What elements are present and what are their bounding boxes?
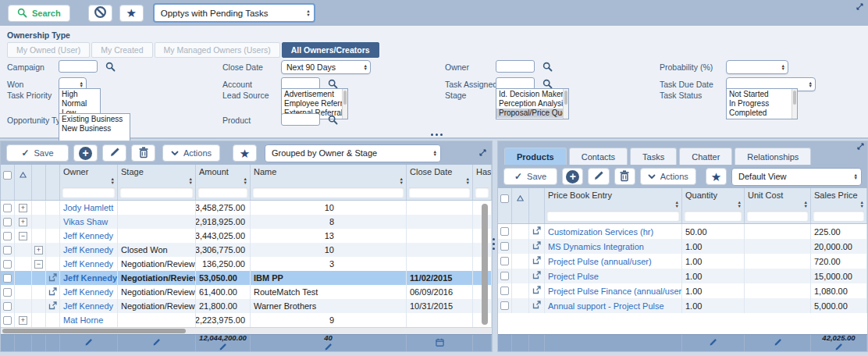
mass-edit-pencil-icon[interactable] xyxy=(834,343,843,351)
price-book-entry-link[interactable]: Project Pulse Finance (annual/user) xyxy=(548,287,682,296)
grid-view-selector[interactable]: Opptys with Pending Tasks ▲▼ xyxy=(153,3,315,23)
listbox-option[interactable]: Not Started xyxy=(727,90,797,99)
column-header-owner[interactable]: Owner▲▼ xyxy=(60,165,118,185)
row-checkbox[interactable] xyxy=(3,274,12,283)
opportunity-row[interactable]: +Jody Hamlett3,458,275.0010 xyxy=(1,201,492,215)
tab-relationships[interactable]: Relationships xyxy=(735,148,811,165)
row-checkbox[interactable] xyxy=(500,257,509,265)
product-row[interactable]: Annual support - Project Pulse1.005,000.… xyxy=(498,298,867,313)
owner-link[interactable]: Jeff Kennedy xyxy=(63,287,113,297)
row-checkbox[interactable] xyxy=(500,242,509,251)
expand-icon[interactable]: + xyxy=(19,316,27,325)
scrollbar-thumb[interactable] xyxy=(2,329,186,333)
tab-tasks[interactable]: Tasks xyxy=(630,148,677,165)
product-row[interactable]: Customization Services (hr)50.00225.00 xyxy=(498,224,867,239)
column-filter-input-owner[interactable] xyxy=(62,187,115,198)
edit-button[interactable] xyxy=(588,168,609,185)
sort-stepper-icon[interactable]: ▲▼ xyxy=(189,177,193,184)
edit-button[interactable] xyxy=(102,144,126,162)
lookup-icon[interactable] xyxy=(328,115,338,125)
view-selector[interactable]: Default View ▲▼ xyxy=(731,168,862,186)
listbox-option[interactable]: Perception Analysis xyxy=(496,99,568,109)
grouping-selector[interactable]: Grouped by Owner & Stage ▲▼ xyxy=(265,144,441,162)
column-filter-input-has[interactable] xyxy=(475,187,489,198)
owner-link[interactable]: Jeff Kennedy xyxy=(63,231,113,240)
mass-edit-pencil-icon[interactable] xyxy=(84,338,93,348)
owner-link[interactable]: Jody Hamlett xyxy=(63,203,113,212)
listbox-option[interactable]: Normal xyxy=(59,99,100,109)
mass-edit-pencil-icon[interactable] xyxy=(709,338,717,348)
mass-edit-pencil-icon[interactable] xyxy=(219,343,227,351)
vertical-scrollbar[interactable] xyxy=(482,204,488,325)
select-all-checkbox[interactable] xyxy=(500,194,509,203)
column-filter-input-amount[interactable] xyxy=(198,187,247,198)
listbox-option[interactable]: Advertisement xyxy=(282,90,347,99)
collapse-icon[interactable]: − xyxy=(34,260,43,269)
open-record-icon[interactable] xyxy=(532,256,541,266)
column-filter-input-unit-cost[interactable] xyxy=(747,211,808,221)
owner-input[interactable] xyxy=(496,60,535,73)
open-record-icon[interactable] xyxy=(532,271,541,281)
row-checkbox[interactable] xyxy=(500,287,509,295)
open-record-icon[interactable] xyxy=(48,273,57,283)
row-checkbox[interactable] xyxy=(3,218,12,226)
save-button[interactable]: ✓ Save xyxy=(6,144,69,162)
column-header-close-date[interactable]: Close Date▲▼ xyxy=(407,165,473,185)
open-record-icon[interactable] xyxy=(48,287,57,297)
price-book-entry-link[interactable]: Project Pulse (annual/user) xyxy=(548,257,652,266)
column-filter-input-name[interactable] xyxy=(253,187,404,198)
mass-edit-pencil-icon[interactable] xyxy=(324,343,333,351)
clear-filters-button[interactable] xyxy=(88,5,112,22)
price-book-entry-link[interactable]: Customization Services (hr) xyxy=(548,227,653,237)
product-row[interactable]: MS Dynamics Integration1.0020,000.00 xyxy=(498,239,867,254)
row-checkbox[interactable] xyxy=(3,246,12,255)
ownership-tab-my-created[interactable]: My Created xyxy=(91,42,152,58)
horizontal-resize-handle[interactable] xyxy=(431,134,443,136)
actions-button[interactable]: Actions xyxy=(162,144,220,162)
collapse-icon[interactable]: − xyxy=(19,232,27,240)
sort-stepper-icon[interactable]: ▲▼ xyxy=(111,177,115,184)
ownership-tab-my-managed-owners-users[interactable]: My Managed Owners (Users) xyxy=(155,42,280,58)
tab-chatter[interactable]: Chatter xyxy=(679,148,732,165)
open-record-icon[interactable] xyxy=(532,301,541,311)
listbox-scrollbar[interactable] xyxy=(792,89,797,119)
column-header-name[interactable]: Name▲▼ xyxy=(251,165,407,185)
expand-grid-icon[interactable] xyxy=(479,148,486,158)
sort-stepper-icon[interactable]: ▲▼ xyxy=(244,177,247,184)
listbox-option[interactable]: New Business xyxy=(59,124,130,134)
ownership-tab-all-owners-creators[interactable]: All Owners/Creators xyxy=(282,42,379,58)
open-record-icon[interactable] xyxy=(532,241,541,251)
column-filter-input-stage[interactable] xyxy=(120,187,193,198)
column-filter-input-sales-price[interactable] xyxy=(813,211,864,221)
favorite-button[interactable]: ★ xyxy=(706,168,727,185)
price-book-entry-link[interactable]: Annual support - Project Pulse xyxy=(548,301,664,311)
open-record-icon[interactable] xyxy=(48,301,57,312)
owner-link[interactable]: Jeff Kennedy xyxy=(63,259,113,269)
column-header-quantity[interactable]: Quantity▲▼ xyxy=(682,188,745,208)
owner-link[interactable]: Jeff Kennedy xyxy=(63,245,113,255)
expand-icon[interactable]: + xyxy=(19,204,27,212)
column-header-amount[interactable]: Amount▲▼ xyxy=(196,165,251,185)
stage-listbox[interactable]: Id. Decision MakersPerception AnalysisPr… xyxy=(496,88,569,119)
row-checkbox[interactable] xyxy=(3,302,12,311)
listbox-option[interactable]: Existing Business xyxy=(59,115,130,124)
row-checkbox[interactable] xyxy=(500,301,509,310)
calendar-icon[interactable] xyxy=(436,338,444,348)
column-header-stage[interactable]: Stage▲▼ xyxy=(118,165,196,185)
campaign-input[interactable] xyxy=(59,60,98,73)
product-row[interactable]: Project Pulse Finance (annual/user)1.001… xyxy=(498,283,867,298)
row-checkbox[interactable] xyxy=(3,260,12,269)
sort-stepper-icon[interactable]: ▲▼ xyxy=(675,201,679,208)
owner-link[interactable]: Jeff Kennedy xyxy=(63,301,113,311)
row-checkbox[interactable] xyxy=(3,204,12,212)
price-book-entry-link[interactable]: MS Dynamics Integration xyxy=(548,242,644,251)
task-status-listbox[interactable]: Not StartedIn ProgressCompleted xyxy=(726,88,798,119)
column-header-sales-price[interactable]: Sales Price▲▼ xyxy=(811,188,867,208)
lookup-icon[interactable] xyxy=(542,79,553,89)
select-all-checkbox[interactable] xyxy=(3,171,12,180)
add-record-button[interactable]: + xyxy=(73,144,98,162)
mass-edit-pencil-icon[interactable] xyxy=(774,338,782,348)
opportunity-row[interactable]: −Jeff KennedyNegotiation/Review136,250.0… xyxy=(1,257,492,271)
row-checkbox[interactable] xyxy=(3,288,12,297)
sort-stepper-icon[interactable]: ▲▼ xyxy=(400,177,404,184)
